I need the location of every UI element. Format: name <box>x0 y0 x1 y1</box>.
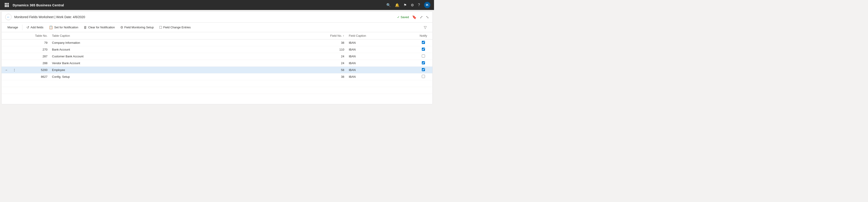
topbar: Dynamics 365 Business Central 🔍 🔔 ⚑ ⚙ ? … <box>0 0 434 10</box>
expand-icon[interactable]: ⤡ <box>426 15 429 19</box>
svg-rect-4 <box>6 4 7 6</box>
field-change-entries-button[interactable]: ☐ Field Change Entries <box>157 24 193 31</box>
svg-rect-3 <box>5 4 6 6</box>
notify-checkbox[interactable] <box>422 54 425 57</box>
field-monitoring-icon: ⚙ <box>120 25 123 29</box>
table-row[interactable]: 270Bank Account110IBAN <box>2 46 432 53</box>
cell-table-caption: Customer Bank Account <box>50 53 319 60</box>
bookmark-icon[interactable]: 🔖 <box>412 15 416 19</box>
table-row[interactable]: 288Vendor Bank Account24IBAN <box>2 60 432 67</box>
col-notify-header[interactable]: Notify <box>414 32 432 40</box>
page-wrapper: ← Monitored Fields Worksheet | Work Date… <box>1 11 433 104</box>
table-row[interactable]: 287Customer Bank Account24IBAN <box>2 53 432 60</box>
row-indicator <box>2 73 11 80</box>
row-context-menu-dots <box>11 46 18 53</box>
row-context-menu-dots <box>11 40 18 46</box>
open-new-window-icon[interactable]: ⤢ <box>420 15 423 19</box>
cell-table-no: 270 <box>18 46 50 53</box>
cell-field-no: 110 <box>319 46 346 53</box>
svg-rect-0 <box>5 3 6 4</box>
flag-icon[interactable]: ⚑ <box>403 3 407 7</box>
cell-field-caption: IBAN <box>346 60 414 67</box>
field-change-icon: ☐ <box>159 25 162 29</box>
table-row[interactable]: →⋮5200Employee58IBAN <box>2 67 432 73</box>
add-fields-icon: ↺ <box>26 25 29 29</box>
table-row[interactable]: 8627Config. Setup38IBAN <box>2 73 432 80</box>
col-dots-header <box>11 32 18 40</box>
cell-table-caption: Company Information <box>50 40 319 46</box>
toolbar: Manage ↺ Add fields 📋 Set for Notificati… <box>2 23 432 32</box>
notify-checkbox[interactable] <box>422 48 425 51</box>
row-indicator <box>2 40 11 46</box>
table-row-empty <box>2 87 432 94</box>
settings-icon[interactable]: ⚙ <box>411 3 414 7</box>
cell-table-caption: Bank Account <box>50 46 319 53</box>
field-monitoring-label: Field Monitoring Setup <box>124 26 154 29</box>
cell-table-no: 8627 <box>18 73 50 80</box>
saved-check-icon: ✓ <box>397 16 400 19</box>
page-title: Monitored Fields Worksheet | Work Date: … <box>14 15 395 19</box>
row-indicator: → <box>2 67 11 73</box>
field-change-label: Field Change Entries <box>163 26 191 29</box>
manage-label: Manage <box>7 26 18 29</box>
help-icon[interactable]: ? <box>418 3 420 7</box>
notifications-icon[interactable]: 🔔 <box>395 3 399 7</box>
col-tableno-header[interactable]: Table No. <box>18 32 50 40</box>
add-fields-button[interactable]: ↺ Add fields <box>24 24 46 31</box>
app-title: Dynamics 365 Business Central <box>13 3 383 7</box>
notify-checkbox[interactable] <box>422 68 425 71</box>
notify-checkbox[interactable] <box>422 61 425 65</box>
cell-table-no: 288 <box>18 60 50 67</box>
clear-notification-icon: 🗑 <box>84 25 87 29</box>
back-button[interactable]: ← <box>5 14 11 20</box>
field-monitoring-setup-button[interactable]: ⚙ Field Monitoring Setup <box>118 24 156 31</box>
saved-label: Saved <box>401 16 409 19</box>
table-row[interactable]: 79Company Information38IBAN <box>2 40 432 46</box>
svg-rect-7 <box>6 6 7 7</box>
apps-icon[interactable] <box>4 2 10 8</box>
cell-field-caption: IBAN <box>346 53 414 60</box>
svg-rect-8 <box>8 6 9 7</box>
cell-notify[interactable] <box>414 40 432 46</box>
cell-table-no: 5200 <box>18 67 50 73</box>
notify-checkbox[interactable] <box>422 75 425 78</box>
cell-field-caption: IBAN <box>346 46 414 53</box>
avatar[interactable]: IK <box>424 2 430 8</box>
filter-icon[interactable]: ▽ <box>422 24 429 31</box>
table-header-row: Table No. Table Caption Field No. ↑ Fiel… <box>2 32 432 40</box>
add-fields-label: Add fields <box>31 26 43 29</box>
page-header: ← Monitored Fields Worksheet | Work Date… <box>2 11 432 23</box>
cell-notify[interactable] <box>414 46 432 53</box>
row-context-menu-dots[interactable]: ⋮ <box>11 67 18 73</box>
svg-rect-1 <box>6 3 7 4</box>
table-area: Table No. Table Caption Field No. ↑ Fiel… <box>2 32 432 94</box>
cell-field-no: 38 <box>319 40 346 46</box>
svg-rect-5 <box>8 4 9 6</box>
row-indicator <box>2 53 11 60</box>
cell-notify[interactable] <box>414 60 432 67</box>
cell-table-no: 287 <box>18 53 50 60</box>
page-header-actions: ✓ Saved 🔖 ⤢ ⤡ <box>397 15 429 19</box>
col-fieldno-header[interactable]: Field No. ↑ <box>319 32 346 40</box>
cell-table-caption: Employee <box>50 67 319 73</box>
search-icon[interactable]: 🔍 <box>386 3 391 7</box>
set-notification-button[interactable]: 📋 Set for Notification <box>46 24 81 31</box>
cell-notify[interactable] <box>414 53 432 60</box>
clear-notification-button[interactable]: 🗑 Clear for Notification <box>81 24 117 30</box>
cell-field-caption: IBAN <box>346 73 414 80</box>
set-notification-label: Set for Notification <box>54 26 78 29</box>
row-context-menu-dots <box>11 73 18 80</box>
svg-rect-6 <box>5 6 6 7</box>
cell-field-no: 58 <box>319 67 346 73</box>
cell-field-caption: IBAN <box>346 67 414 73</box>
col-fieldcaption-header[interactable]: Field Caption <box>346 32 414 40</box>
cell-field-caption: IBAN <box>346 40 414 46</box>
col-indicator-header <box>2 32 11 40</box>
manage-button[interactable]: Manage <box>5 24 20 30</box>
col-caption-header[interactable]: Table Caption <box>50 32 319 40</box>
cell-notify[interactable] <box>414 67 432 73</box>
notify-checkbox[interactable] <box>422 41 425 44</box>
toolbar-right: ▽ <box>422 24 429 31</box>
row-context-menu-dots <box>11 60 18 67</box>
cell-notify[interactable] <box>414 73 432 80</box>
